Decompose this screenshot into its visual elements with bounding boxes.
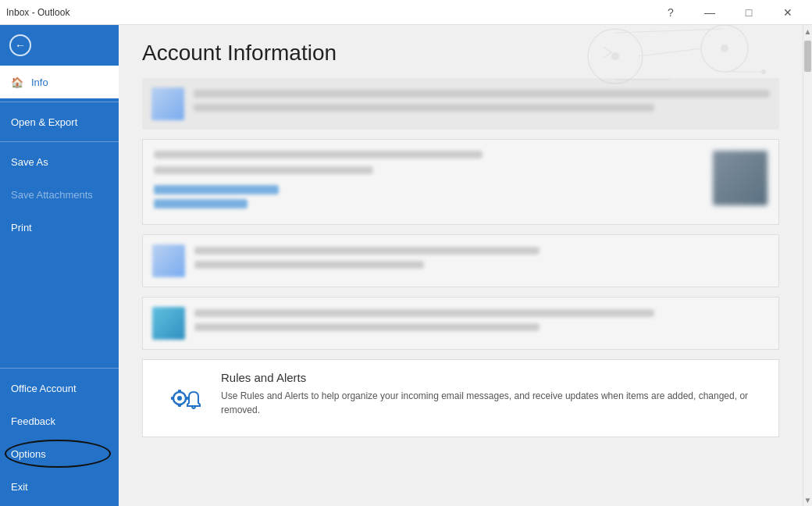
scrollbar: ▲ ▼ <box>803 25 812 506</box>
account-card-3 <box>142 234 779 287</box>
account-avatar-blue <box>152 307 185 340</box>
account-card-2 <box>142 139 779 225</box>
sidebar-divider-1 <box>0 102 119 102</box>
svg-rect-13 <box>171 397 174 400</box>
account-card-3-row <box>152 244 769 277</box>
back-button[interactable]: ← <box>0 25 119 66</box>
account-info-left <box>154 151 702 213</box>
sidebar-item-open-export[interactable]: Open & Export <box>0 105 119 138</box>
blurred-line-1 <box>194 90 770 98</box>
rules-text: Rules and Alerts Use Rules and Alerts to… <box>221 371 767 417</box>
svg-line-3 <box>639 48 701 56</box>
content-area: Rules and Alerts Use Rules and Alerts to… <box>119 78 803 506</box>
sidebar-item-info[interactable]: 🏠 Info <box>0 66 119 98</box>
sidebar-item-office-account-label: Office Account <box>11 383 77 394</box>
account-text-4 <box>194 309 769 337</box>
sidebar-item-save-as[interactable]: Save As <box>0 145 119 178</box>
sidebar-item-office-account[interactable]: Office Account <box>0 372 119 404</box>
sidebar-spacer <box>0 244 119 368</box>
sidebar-item-save-as-label: Save As <box>11 156 48 168</box>
svg-point-8 <box>761 69 766 74</box>
home-icon: 🏠 <box>11 77 23 88</box>
rules-heading: Rules and Alerts <box>221 371 767 384</box>
sidebar-item-feedback-label: Feedback <box>11 415 55 427</box>
account-avatar-small-1 <box>151 87 184 120</box>
maximize-button[interactable]: □ <box>731 0 767 25</box>
blurred-action-btn-2 <box>154 199 248 208</box>
scrollbar-track[interactable] <box>803 37 812 494</box>
title-bar: Inbox - Outlook ? — □ ✕ <box>0 0 812 25</box>
blurred-line-3b <box>194 261 424 269</box>
minimize-button[interactable]: — <box>692 0 728 25</box>
sidebar-divider-2 <box>0 141 119 142</box>
blurred-name-line <box>154 151 483 159</box>
sidebar-item-print-label: Print <box>11 222 32 233</box>
sidebar-item-exit[interactable]: Exit <box>0 470 119 503</box>
app-body: ← 🏠 Info Open & Export Save As Save Atta… <box>0 25 812 506</box>
sidebar-item-options-label: Options <box>11 448 46 460</box>
blurred-line-2 <box>194 104 654 112</box>
svg-point-10 <box>177 396 182 401</box>
app-title: Inbox - Outlook <box>6 7 69 18</box>
svg-point-5 <box>611 52 619 60</box>
scrollbar-up-button[interactable]: ▲ <box>803 25 812 37</box>
sidebar-item-print[interactable]: Print <box>0 211 119 244</box>
rules-alerts-section: Rules and Alerts Use Rules and Alerts to… <box>142 359 779 437</box>
blurred-line-4a <box>194 309 654 317</box>
sidebar-item-feedback[interactable]: Feedback <box>0 404 119 437</box>
account-text-3 <box>194 247 769 275</box>
sidebar-bottom: Office Account Feedback Options Exit <box>0 368 119 506</box>
blurred-line-4b <box>194 323 540 331</box>
account-card-4 <box>142 297 779 350</box>
svg-point-6 <box>721 45 728 52</box>
scrollbar-down-button[interactable]: ▼ <box>803 494 812 506</box>
blurred-line-3a <box>194 247 540 255</box>
title-bar-left: Inbox - Outlook <box>6 7 653 18</box>
sidebar-item-open-export-label: Open & Export <box>11 116 77 128</box>
circuit-decoration <box>568 25 771 87</box>
sidebar-item-options[interactable]: Options <box>0 437 119 470</box>
back-icon: ← <box>9 34 31 56</box>
sidebar-item-save-attachments-label: Save Attachments <box>11 189 93 201</box>
rules-icon-box <box>154 371 208 426</box>
help-button[interactable]: ? <box>653 0 689 25</box>
account-avatar-large <box>713 151 767 205</box>
scrollbar-thumb[interactable] <box>804 41 811 72</box>
sidebar: ← 🏠 Info Open & Export Save As Save Atta… <box>0 25 119 506</box>
blurred-sub-line <box>154 166 373 174</box>
sidebar-item-info-label: Info <box>31 77 48 88</box>
close-button[interactable]: ✕ <box>770 0 806 25</box>
sidebar-item-save-attachments: Save Attachments <box>0 178 119 211</box>
svg-rect-14 <box>185 397 188 400</box>
svg-rect-11 <box>178 390 181 393</box>
blurred-action-btn-1 <box>154 185 279 194</box>
sidebar-item-exit-label: Exit <box>11 481 28 493</box>
manage-rules-icon <box>158 375 205 422</box>
account-text-1 <box>194 90 770 118</box>
title-bar-controls: ? — □ ✕ <box>653 0 806 25</box>
rules-description: Use Rules and Alerts to help organize yo… <box>221 389 767 417</box>
main-content: Account Information <box>119 25 803 506</box>
account-avatar-small-2 <box>152 244 185 277</box>
svg-rect-12 <box>178 404 181 407</box>
